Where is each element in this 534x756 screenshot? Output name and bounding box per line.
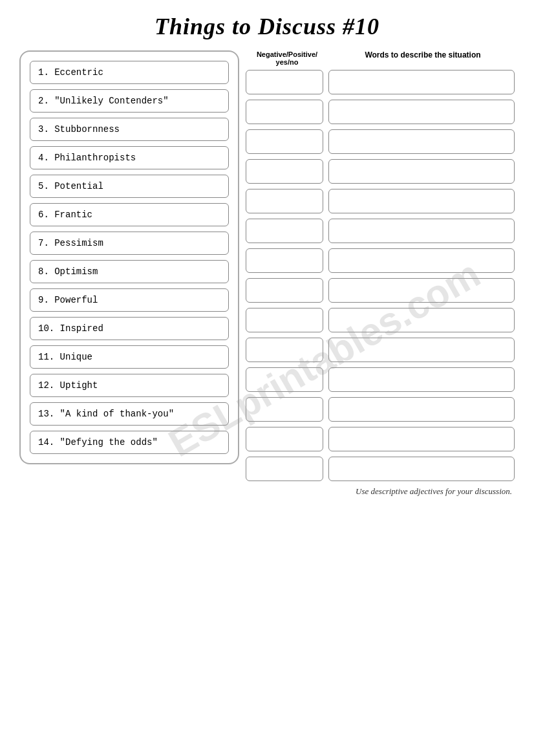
term-box-10: 10. Inspired — [30, 317, 229, 340]
term-box-6: 6. Frantic — [30, 203, 229, 226]
answer-row-5 — [246, 189, 515, 213]
term-box-2: 2. "Unlikely Contenders" — [30, 89, 229, 113]
answer-row-2 — [246, 100, 515, 124]
col2-header: Words to describe the situation — [331, 50, 515, 66]
words-input-4[interactable] — [328, 159, 515, 184]
words-input-7[interactable] — [328, 248, 515, 273]
words-input-3[interactable] — [328, 129, 515, 154]
words-input-8[interactable] — [328, 278, 515, 303]
answer-row-8 — [246, 278, 515, 303]
page-title: Things to Discuss #10 — [19, 13, 515, 40]
footer-note: Use descriptive adjectives for your disc… — [246, 486, 515, 497]
words-input-6[interactable] — [328, 219, 515, 243]
words-input-11[interactable] — [328, 367, 515, 392]
answer-row-10 — [246, 338, 515, 362]
col1-header: Negative/Positive/ yes/no — [248, 50, 326, 66]
neg-pos-input-1[interactable] — [246, 70, 323, 94]
term-box-3: 3. Stubbornness — [30, 118, 229, 141]
words-input-12[interactable] — [328, 397, 515, 422]
neg-pos-input-12[interactable] — [246, 397, 323, 422]
answer-row-9 — [246, 308, 515, 332]
neg-pos-input-8[interactable] — [246, 278, 323, 303]
neg-pos-input-5[interactable] — [246, 189, 323, 213]
neg-pos-input-4[interactable] — [246, 159, 323, 184]
answer-row-1 — [246, 70, 515, 94]
words-input-13[interactable] — [328, 427, 515, 451]
term-box-1: 1. Eccentric — [30, 61, 229, 84]
answer-row-3 — [246, 129, 515, 154]
neg-pos-input-6[interactable] — [246, 219, 323, 243]
neg-pos-input-7[interactable] — [246, 248, 323, 273]
column-headers: Negative/Positive/ yes/no Words to descr… — [246, 50, 515, 66]
answer-row-13 — [246, 427, 515, 451]
words-input-9[interactable] — [328, 308, 515, 332]
neg-pos-input-14[interactable] — [246, 457, 323, 481]
term-box-4: 4. Philanthropists — [30, 146, 229, 169]
answer-row-12 — [246, 397, 515, 422]
neg-pos-input-10[interactable] — [246, 338, 323, 362]
answer-row-14 — [246, 457, 515, 481]
term-box-11: 11. Unique — [30, 345, 229, 369]
neg-pos-input-2[interactable] — [246, 100, 323, 124]
words-input-5[interactable] — [328, 189, 515, 213]
answer-row-6 — [246, 219, 515, 243]
words-input-2[interactable] — [328, 100, 515, 124]
term-box-5: 5. Potential — [30, 175, 229, 198]
neg-pos-input-13[interactable] — [246, 427, 323, 451]
answer-rows — [246, 70, 515, 481]
left-panel: 1. Eccentric2. "Unlikely Contenders"3. S… — [19, 50, 239, 464]
neg-pos-input-11[interactable] — [246, 367, 323, 392]
term-box-9: 9. Powerful — [30, 288, 229, 312]
words-input-1[interactable] — [328, 70, 515, 94]
words-input-10[interactable] — [328, 338, 515, 362]
answer-row-11 — [246, 367, 515, 392]
words-input-14[interactable] — [328, 457, 515, 481]
term-box-14: 14. "Defying the odds" — [30, 431, 229, 454]
answer-row-4 — [246, 159, 515, 184]
term-box-8: 8. Optimism — [30, 260, 229, 283]
neg-pos-input-3[interactable] — [246, 129, 323, 154]
term-box-13: 13. "A kind of thank-you" — [30, 402, 229, 426]
term-box-12: 12. Uptight — [30, 374, 229, 397]
term-box-7: 7. Pessimism — [30, 232, 229, 255]
neg-pos-input-9[interactable] — [246, 308, 323, 332]
answer-row-7 — [246, 248, 515, 273]
right-panel: Negative/Positive/ yes/no Words to descr… — [239, 50, 515, 497]
